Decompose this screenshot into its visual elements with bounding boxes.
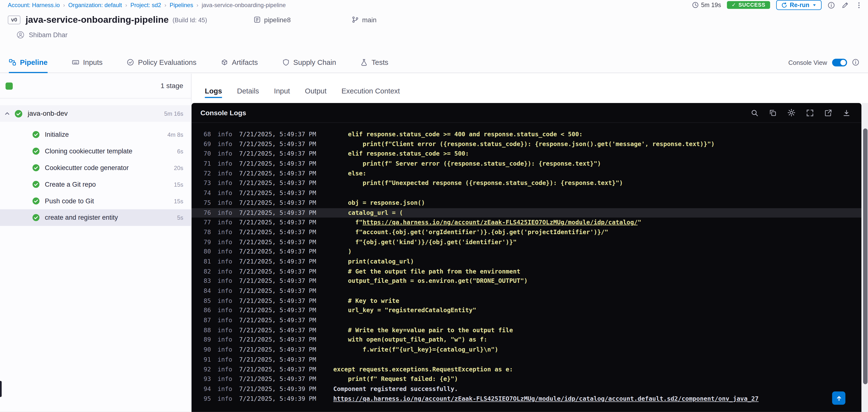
sidebar-step-create-and-register-entity[interactable]: create and register entity5s	[0, 209, 191, 226]
tab-label: Artifacts	[232, 58, 258, 67]
info-icon[interactable]	[828, 1, 835, 8]
log-timestamp: 7/21/2025, 5:49:37 PM	[239, 247, 334, 257]
log-text: obj = response.json()	[333, 198, 425, 208]
check-icon: ✓	[732, 2, 736, 8]
tab-inputs[interactable]: Inputs	[72, 52, 102, 73]
log-level: info	[217, 159, 232, 169]
stage-name: java-onb-dev	[28, 109, 68, 118]
arrow-up-icon	[835, 394, 842, 402]
rerun-button[interactable]: Re-run	[776, 0, 822, 10]
log-line-number: 69	[195, 139, 211, 149]
tab-output[interactable]: Output	[305, 87, 327, 103]
log-row: 71info7/21/2025, 5:49:37 PM print(f" Ser…	[191, 159, 861, 169]
log-level: info	[217, 169, 232, 179]
log-timestamp: 7/21/2025, 5:49:37 PM	[239, 345, 334, 355]
log-row: 69info7/21/2025, 5:49:37 PM print(f"Clie…	[191, 139, 861, 149]
log-level: info	[217, 316, 232, 325]
tab-execution-context[interactable]: Execution Context	[342, 87, 400, 103]
chevron-up-icon[interactable]	[4, 111, 10, 117]
duration-text: 5m 19s	[701, 2, 721, 8]
breadcrumb-item-account-harness-io[interactable]: Account: Harness.io	[8, 2, 60, 8]
tab-logs[interactable]: Logs	[205, 87, 222, 103]
tab-pipeline[interactable]: Pipeline	[9, 52, 48, 73]
download-icon[interactable]	[842, 109, 850, 117]
settings-icon[interactable]	[787, 108, 796, 117]
topbar-right: 5m 19s ✓ SUCCESS Re-run	[692, 0, 863, 10]
log-row: 68info7/21/2025, 5:49:37 PM elif respons…	[191, 130, 861, 139]
log-level: info	[217, 384, 232, 394]
left-edge-handle[interactable]	[0, 381, 2, 397]
execution-duration: 5m 19s	[692, 2, 721, 8]
sidebar-step-push-code-to-git[interactable]: Push code to Git15s	[0, 193, 191, 210]
console-view-toggle[interactable]	[832, 59, 847, 66]
log-row: 92info7/21/2025, 5:49:37 PMexcept reques…	[191, 365, 861, 374]
sidebar-step-initialize[interactable]: Initialize4m 8s	[0, 126, 191, 143]
tab-input[interactable]: Input	[274, 87, 290, 103]
refresh-icon	[781, 2, 787, 8]
log-link[interactable]: https://qa.harness.io/ng/account/zEaak-F…	[363, 219, 638, 226]
step-success-icon	[32, 164, 40, 172]
log-scrollbar-thumb[interactable]	[863, 128, 867, 384]
sidebar-step-cloning-cookiecutter-template[interactable]: Cloning cookiecutter template6s	[0, 143, 191, 160]
log-line-number: 90	[195, 345, 211, 355]
sidebar-step-cookiecutter-code-generator[interactable]: Cookiecutter code generator20s	[0, 160, 191, 176]
copy-icon[interactable]	[769, 109, 777, 117]
open-in-new-icon[interactable]	[825, 109, 832, 117]
more-icon[interactable]	[855, 1, 862, 8]
stage-row[interactable]: java-onb-dev 5m 16s	[0, 105, 191, 122]
step-label: Cloning cookiecutter template	[45, 147, 132, 155]
tab-policy-evaluations[interactable]: Policy Evaluations	[127, 52, 196, 73]
log-scrollbar	[862, 103, 868, 412]
scroll-to-top-button[interactable]	[832, 391, 845, 405]
log-level: info	[217, 345, 232, 355]
tab-label: Tests	[372, 58, 389, 67]
tab-tests[interactable]: Tests	[360, 52, 388, 73]
step-duration: 15s	[174, 181, 183, 188]
breadcrumb-item-organization-default[interactable]: Organization: default	[68, 2, 122, 8]
log-text: https://qa.harness.io/ng/account/zEaak-F…	[333, 394, 758, 404]
topbar-actions	[828, 1, 863, 8]
log-timestamp: 7/21/2025, 5:49:37 PM	[239, 188, 334, 198]
edit-icon[interactable]	[842, 1, 849, 8]
log-text: f"{obj.get('kind')}/{obj.get('identifier…	[333, 237, 517, 247]
step-duration: 6s	[177, 148, 183, 154]
log-link[interactable]: https://qa.harness.io/ng/account/zEaak-F…	[333, 395, 758, 402]
tab-artifacts[interactable]: Artifacts	[221, 52, 258, 73]
log-line-number: 79	[195, 237, 211, 247]
branch-chip[interactable]: main	[351, 15, 376, 24]
step-duration: 5s	[177, 214, 183, 221]
log-text: # Write the key=value pair to the output…	[333, 325, 513, 335]
log-timestamp: 7/21/2025, 5:49:37 PM	[239, 149, 334, 159]
pipeline-chip[interactable]: pipeline8	[254, 15, 291, 24]
log-timestamp: 7/21/2025, 5:49:37 PM	[239, 159, 334, 169]
console-header: Console Logs	[191, 103, 861, 123]
build-id: (Build Id: 45)	[173, 17, 207, 23]
console-title: Console Logs	[200, 109, 246, 117]
log-text: print(f"Client error ({response.status_c…	[333, 139, 715, 149]
log-line-number: 89	[195, 335, 211, 345]
step-label: Push code to Git	[45, 197, 94, 205]
tab-details[interactable]: Details	[237, 87, 259, 103]
caret-down-icon	[812, 3, 817, 7]
log-row: 79info7/21/2025, 5:49:37 PM f"{obj.get('…	[191, 237, 861, 247]
log-line-number: 85	[195, 296, 211, 306]
info-icon[interactable]	[852, 59, 859, 66]
log-level: info	[217, 267, 232, 277]
tab-supply-chain[interactable]: Supply Chain	[282, 52, 336, 73]
log-text: elif response.status_code >= 400 and res…	[333, 130, 583, 139]
sidebar-step-create-a-git-repo[interactable]: Create a Git repo15s	[0, 176, 191, 193]
log-level: info	[217, 130, 232, 139]
log-text: # Key to write	[333, 296, 399, 306]
log-timestamp: 7/21/2025, 5:49:37 PM	[239, 237, 334, 247]
breadcrumb-item-java-service-onboarding-pipeline[interactable]: java-service-onboarding-pipeline	[202, 2, 285, 8]
log-level: info	[217, 296, 232, 306]
breadcrumb-item-pipelines[interactable]: Pipelines	[169, 2, 193, 8]
breadcrumb-item-project-sd2[interactable]: Project: sd2	[130, 2, 161, 8]
search-icon[interactable]	[751, 109, 758, 117]
supply-chain-icon	[282, 59, 289, 66]
log-text: print(f"Unexpected response ({response.s…	[333, 179, 623, 188]
log-row: 89info7/21/2025, 5:49:37 PM with open(ou…	[191, 335, 861, 345]
fullscreen-icon[interactable]	[806, 109, 814, 117]
policy-icon	[127, 59, 134, 66]
user-row: Shibam Dhar	[17, 31, 868, 39]
